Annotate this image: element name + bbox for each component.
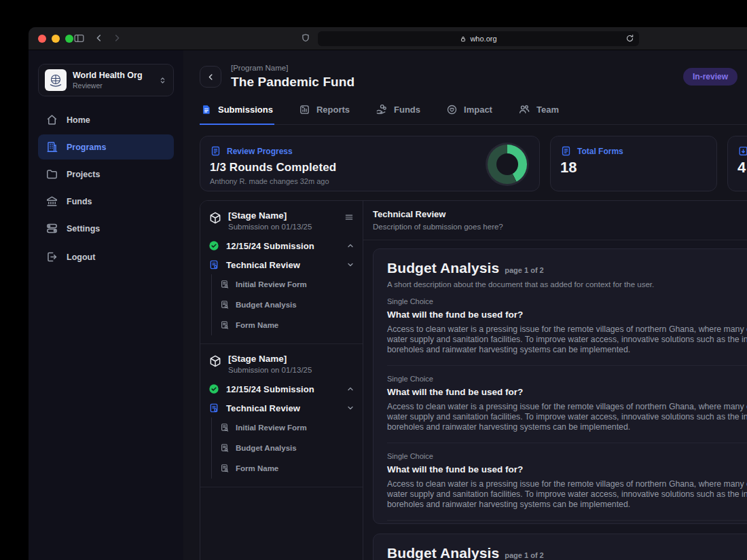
back-button[interactable] — [200, 66, 221, 88]
submission-label: 12/15/24 Submission — [226, 241, 314, 251]
browser-window: who.org World Health Org Reviewer — [29, 27, 747, 560]
logout-icon — [45, 250, 58, 263]
reload-icon[interactable] — [625, 34, 634, 43]
partial-stat-card: 4 — [727, 136, 747, 191]
stat-value: 4 — [737, 159, 747, 176]
form-label: Initial Review Form — [236, 280, 307, 288]
tab-label: Impact — [464, 105, 492, 115]
people-icon — [518, 103, 530, 115]
question-text: What will the fund be used for? — [387, 464, 747, 474]
tab-impact[interactable]: Impact — [445, 100, 494, 125]
zoom-window-button[interactable] — [65, 35, 73, 43]
page-header: [Program Name] The Pandemic Fund In-revi… — [200, 64, 747, 90]
submission-row[interactable]: 12/15/24 Submission — [207, 240, 356, 251]
question-text: What will the fund be used for? — [387, 387, 747, 397]
document-page: page 1 of 2 — [505, 266, 543, 274]
stat-value: 18 — [560, 159, 707, 176]
stat-value: 1/3 Rounds Completed — [210, 161, 530, 174]
home-icon — [45, 113, 58, 126]
stat-label: Review Progress — [227, 147, 293, 156]
bar-chart-icon — [299, 104, 310, 115]
main-content: [Program Name] The Pandemic Fund In-revi… — [183, 50, 747, 560]
question-type: Single Choice — [387, 452, 747, 460]
privacy-shield-icon[interactable] — [301, 33, 310, 43]
stage-name: [Stage Name] — [228, 354, 312, 364]
tab-reports[interactable]: Reports — [297, 100, 351, 125]
submissions-panel: [Stage Name] Submission on 01/13/25 12/1… — [200, 200, 747, 560]
form-item[interactable]: Initial Review Form — [212, 274, 356, 295]
sidebar-item-logout[interactable]: Logout — [38, 244, 174, 269]
form-item[interactable]: Form Name — [212, 458, 356, 479]
detail-header: Technical Review Description of submissi… — [363, 201, 747, 240]
sidebar: World Health Org Reviewer Home Programs — [29, 50, 183, 560]
heart-circle-icon — [446, 104, 458, 115]
form-search-icon — [220, 443, 230, 453]
form-search-icon — [220, 464, 230, 473]
building-icon — [45, 141, 58, 153]
document-icon — [201, 104, 212, 115]
form-label: Form Name — [236, 464, 278, 472]
stat-meta: Anthony R. made changes 32m ago — [210, 177, 530, 185]
stage-meta: Submission on 01/13/25 — [228, 223, 312, 231]
form-icon — [208, 403, 219, 413]
tab-funds[interactable]: Funds — [374, 100, 422, 125]
chevron-up-icon[interactable] — [346, 242, 354, 250]
sidebar-item-funds[interactable]: Funds — [38, 189, 174, 214]
form-label: Initial Review Form — [236, 424, 307, 432]
sidebar-item-label: Funds — [67, 197, 92, 206]
sidebar-nav: Home Programs Projects Funds — [38, 107, 174, 269]
sidebar-toggle-icon[interactable] — [73, 33, 85, 44]
browser-back-button[interactable] — [94, 33, 105, 43]
submission-row[interactable]: 12/15/24 Submission — [207, 384, 356, 394]
minimize-window-button[interactable] — [52, 35, 60, 43]
sidebar-item-label: Programs — [67, 143, 106, 152]
tab-submissions[interactable]: Submissions — [200, 100, 274, 125]
sidebar-item-label: Settings — [67, 224, 100, 234]
form-item[interactable]: Budget Analysis — [212, 295, 356, 315]
org-role: Reviewer — [73, 81, 143, 90]
org-switcher[interactable]: World Health Org Reviewer — [38, 64, 174, 96]
check-circle-icon — [208, 240, 219, 251]
who-logo — [45, 69, 67, 91]
form-list: Initial Review Form Budget Analysis Form… — [211, 274, 356, 335]
chevron-down-icon[interactable] — [346, 404, 354, 412]
tab-label: Submissions — [218, 105, 273, 115]
tab-team[interactable]: Team — [517, 100, 560, 125]
document-page: page 1 of 2 — [505, 551, 543, 559]
menu-icon[interactable] — [344, 210, 354, 222]
sidebar-item-settings[interactable]: Settings — [38, 216, 174, 241]
chevron-up-icon[interactable] — [346, 385, 354, 393]
review-row[interactable]: Technical Review — [207, 259, 356, 270]
review-label: Technical Review — [226, 260, 300, 270]
form-search-icon — [220, 300, 230, 310]
form-search-icon — [220, 423, 230, 432]
form-icon — [208, 259, 219, 270]
sidebar-item-home[interactable]: Home — [38, 107, 174, 132]
form-item[interactable]: Form Name — [212, 315, 356, 335]
document-title: Budget Analysis — [387, 260, 499, 276]
address-bar[interactable]: who.org — [318, 31, 639, 46]
sidebar-item-projects[interactable]: Projects — [38, 162, 174, 187]
question-block: Single Choice What will the fund be used… — [387, 366, 747, 443]
form-item[interactable]: Initial Review Form — [212, 417, 356, 438]
browser-toolbar: who.org — [29, 27, 747, 50]
review-row[interactable]: Technical Review — [207, 403, 356, 413]
browser-forward-button[interactable] — [111, 33, 122, 43]
program-name-label: [Program Name] — [231, 64, 354, 72]
form-arrow-icon — [737, 145, 747, 157]
form-label: Budget Analysis — [236, 301, 297, 309]
question-type: Single Choice — [387, 297, 747, 305]
detail-subtitle: Description of submission goes here? — [373, 223, 747, 231]
tab-bar: Submissions Reports Funds Impact — [200, 100, 747, 125]
progress-donut-ring — [486, 143, 529, 186]
tab-label: Team — [536, 105, 559, 115]
tab-label: Reports — [316, 105, 350, 115]
stage-name: [Stage Name] — [228, 210, 312, 221]
form-icon — [560, 145, 572, 157]
submissions-tree: [Stage Name] Submission on 01/13/25 12/1… — [200, 201, 363, 560]
tab-label: Funds — [394, 105, 420, 115]
close-window-button[interactable] — [38, 35, 46, 43]
sidebar-item-programs[interactable]: Programs — [38, 134, 174, 160]
form-item[interactable]: Budget Analysis — [212, 438, 356, 458]
chevron-down-icon[interactable] — [346, 261, 354, 269]
